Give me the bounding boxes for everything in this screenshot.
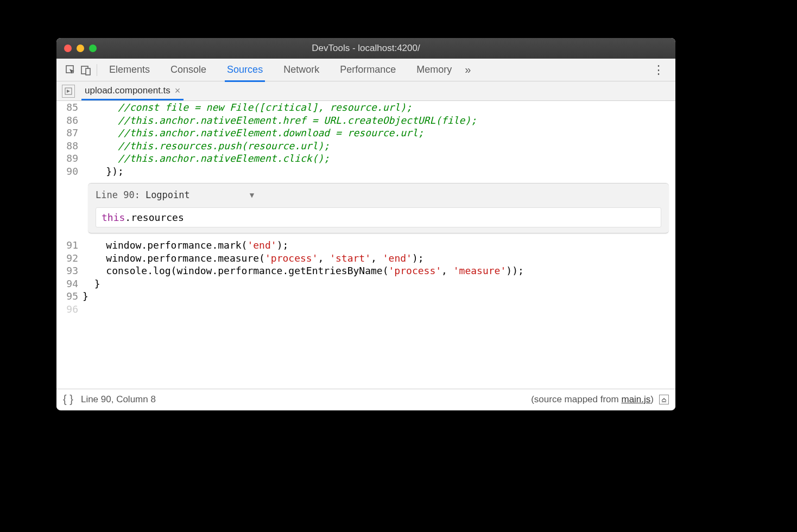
file-tab-label: upload.component.ts [85,85,170,96]
navigator-toggle-icon[interactable] [62,85,75,98]
code-line: 94 } [56,277,675,290]
logpoint-header: Line 90: Logpoint ▼ [96,189,661,202]
breakpoint-type-label: Logpoint [146,189,190,202]
minimize-window-button[interactable] [77,45,84,52]
code-line: 86 //this.anchor.nativeElement.href = UR… [56,114,675,127]
line-number: 93 [56,264,83,277]
close-tab-icon[interactable]: × [175,85,181,97]
panel-tabs: Elements Console Sources Network Perform… [107,59,454,81]
pretty-print-icon[interactable]: { } [63,393,73,406]
breakpoint-type-select[interactable]: Logpoint ▼ [146,189,254,202]
code-line: 88 //this.resources.push(resource.url); [56,140,675,153]
inspect-icon[interactable] [63,62,78,78]
code-line: 93 console.log(window.performance.getEnt… [56,264,675,277]
codeblock: 85 //const file = new File([critical], r… [56,101,675,315]
code-line: 91 window.performance.mark('end'); [56,239,675,252]
tab-console[interactable]: Console [168,60,208,82]
line-number: 89 [56,152,83,165]
code-line: 95} [56,290,675,303]
source-map-info: (source mapped from main.js) [531,394,669,405]
code-editor[interactable]: 85 //const file = new File([critical], r… [56,101,675,389]
code-line: 85 //const file = new File([critical], r… [56,101,675,114]
kebab-menu-icon[interactable]: ⋮ [648,63,669,77]
tab-network[interactable]: Network [281,60,321,82]
show-drawer-icon[interactable] [659,395,669,404]
close-window-button[interactable] [64,45,72,52]
traffic-lights [64,45,97,52]
zoom-window-button[interactable] [89,45,97,52]
file-tabbar: upload.component.ts × [56,81,675,101]
statusbar: { } Line 90, Column 8 (source mapped fro… [56,389,675,409]
main-toolbar: Elements Console Sources Network Perform… [56,59,675,81]
tab-performance[interactable]: Performance [338,60,398,82]
source-map-link[interactable]: main.js [621,394,650,404]
titlebar: DevTools - localhost:4200/ [56,38,675,59]
file-tab[interactable]: upload.component.ts × [81,81,184,100]
devtools-window: DevTools - localhost:4200/ Elements Cons… [56,38,675,410]
svg-rect-2 [86,68,90,75]
tab-memory[interactable]: Memory [414,60,454,82]
line-number: 96 [56,303,83,316]
code-line: 96 [56,303,675,316]
line-number: 86 [56,114,83,127]
device-toggle-icon[interactable] [78,62,93,78]
line-number: 88 [56,140,83,153]
line-number: 95 [56,290,83,303]
line-number: 92 [56,252,83,265]
toolbar-divider [97,64,97,76]
line-number: 90 [56,165,83,178]
logpoint-expression-input[interactable]: this.resources [96,207,661,228]
tab-elements[interactable]: Elements [107,60,152,82]
more-tabs-button[interactable]: » [465,64,471,76]
logpoint-panel: Line 90: Logpoint ▼ this.resources [88,183,669,233]
code-line: 89 //this.anchor.nativeElement.click(); [56,152,675,165]
cursor-position: Line 90, Column 8 [81,394,156,405]
code-line: 87 //this.anchor.nativeElement.download … [56,126,675,140]
window-title: DevTools - localhost:4200/ [56,43,675,54]
line-number: 91 [56,239,83,252]
line-number: 87 [56,126,83,140]
logpoint-line-label: Line 90: [96,189,140,202]
chevron-down-icon: ▼ [250,189,254,202]
code-line: 90 }); [56,165,675,178]
tab-sources[interactable]: Sources [225,60,265,82]
line-number: 85 [56,101,83,114]
code-line: 92 window.performance.measure('process',… [56,252,675,265]
line-number: 94 [56,277,83,290]
